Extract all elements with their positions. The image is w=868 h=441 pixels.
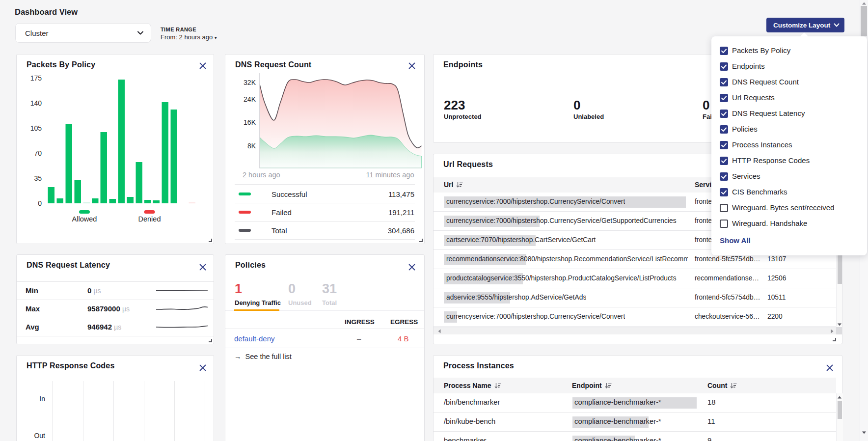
svg-text:175: 175 — [30, 74, 42, 82]
svg-text:24K: 24K — [244, 95, 256, 103]
svg-text:35: 35 — [34, 174, 42, 182]
svg-text:0: 0 — [38, 199, 42, 207]
svg-text:Denied: Denied — [138, 215, 161, 223]
svg-text:2 hours ago: 2 hours ago — [243, 171, 280, 179]
svg-text:105: 105 — [30, 124, 42, 132]
svg-text:140: 140 — [30, 99, 42, 107]
svg-text:16K: 16K — [244, 118, 256, 126]
svg-text:Allowed: Allowed — [72, 215, 97, 223]
svg-text:32K: 32K — [244, 79, 256, 86]
svg-text:8K: 8K — [247, 142, 256, 150]
svg-text:11 minutes ago: 11 minutes ago — [366, 171, 414, 179]
svg-text:70: 70 — [34, 149, 42, 157]
